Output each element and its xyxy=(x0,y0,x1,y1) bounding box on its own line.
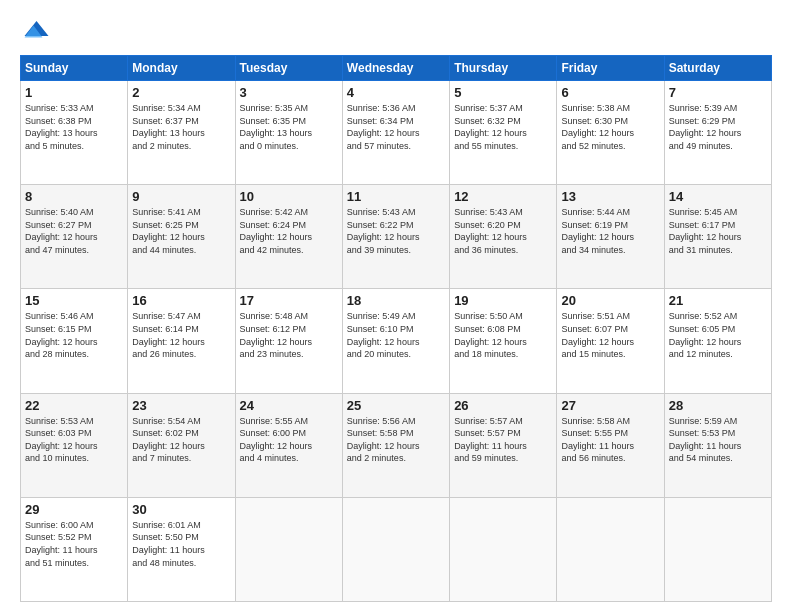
day-number: 10 xyxy=(240,189,338,204)
day-info: Sunrise: 5:43 AMSunset: 6:22 PMDaylight:… xyxy=(347,206,445,256)
day-info: Sunrise: 5:40 AMSunset: 6:27 PMDaylight:… xyxy=(25,206,123,256)
calendar-cell: 28Sunrise: 5:59 AMSunset: 5:53 PMDayligh… xyxy=(664,393,771,497)
weekday-header-saturday: Saturday xyxy=(664,56,771,81)
weekday-header-friday: Friday xyxy=(557,56,664,81)
day-info: Sunrise: 5:37 AMSunset: 6:32 PMDaylight:… xyxy=(454,102,552,152)
day-info: Sunrise: 5:35 AMSunset: 6:35 PMDaylight:… xyxy=(240,102,338,152)
calendar-cell: 24Sunrise: 5:55 AMSunset: 6:00 PMDayligh… xyxy=(235,393,342,497)
calendar-week-1: 1Sunrise: 5:33 AMSunset: 6:38 PMDaylight… xyxy=(21,81,772,185)
weekday-header-monday: Monday xyxy=(128,56,235,81)
calendar-cell: 14Sunrise: 5:45 AMSunset: 6:17 PMDayligh… xyxy=(664,185,771,289)
day-number: 18 xyxy=(347,293,445,308)
header xyxy=(20,15,772,45)
calendar-cell: 7Sunrise: 5:39 AMSunset: 6:29 PMDaylight… xyxy=(664,81,771,185)
day-info: Sunrise: 5:56 AMSunset: 5:58 PMDaylight:… xyxy=(347,415,445,465)
calendar-cell: 25Sunrise: 5:56 AMSunset: 5:58 PMDayligh… xyxy=(342,393,449,497)
calendar-week-2: 8Sunrise: 5:40 AMSunset: 6:27 PMDaylight… xyxy=(21,185,772,289)
day-info: Sunrise: 5:34 AMSunset: 6:37 PMDaylight:… xyxy=(132,102,230,152)
day-info: Sunrise: 5:54 AMSunset: 6:02 PMDaylight:… xyxy=(132,415,230,465)
day-info: Sunrise: 6:00 AMSunset: 5:52 PMDaylight:… xyxy=(25,519,123,569)
calendar-cell: 20Sunrise: 5:51 AMSunset: 6:07 PMDayligh… xyxy=(557,289,664,393)
day-number: 19 xyxy=(454,293,552,308)
calendar-cell: 26Sunrise: 5:57 AMSunset: 5:57 PMDayligh… xyxy=(450,393,557,497)
logo xyxy=(20,15,54,45)
calendar-cell: 12Sunrise: 5:43 AMSunset: 6:20 PMDayligh… xyxy=(450,185,557,289)
day-info: Sunrise: 5:47 AMSunset: 6:14 PMDaylight:… xyxy=(132,310,230,360)
day-info: Sunrise: 5:59 AMSunset: 5:53 PMDaylight:… xyxy=(669,415,767,465)
day-number: 11 xyxy=(347,189,445,204)
day-number: 30 xyxy=(132,502,230,517)
weekday-header-wednesday: Wednesday xyxy=(342,56,449,81)
calendar-body: 1Sunrise: 5:33 AMSunset: 6:38 PMDaylight… xyxy=(21,81,772,602)
day-number: 24 xyxy=(240,398,338,413)
weekday-header-row: SundayMondayTuesdayWednesdayThursdayFrid… xyxy=(21,56,772,81)
day-number: 9 xyxy=(132,189,230,204)
calendar-cell: 23Sunrise: 5:54 AMSunset: 6:02 PMDayligh… xyxy=(128,393,235,497)
calendar-cell: 18Sunrise: 5:49 AMSunset: 6:10 PMDayligh… xyxy=(342,289,449,393)
day-info: Sunrise: 5:36 AMSunset: 6:34 PMDaylight:… xyxy=(347,102,445,152)
day-info: Sunrise: 5:39 AMSunset: 6:29 PMDaylight:… xyxy=(669,102,767,152)
day-number: 23 xyxy=(132,398,230,413)
calendar-cell: 10Sunrise: 5:42 AMSunset: 6:24 PMDayligh… xyxy=(235,185,342,289)
calendar-week-3: 15Sunrise: 5:46 AMSunset: 6:15 PMDayligh… xyxy=(21,289,772,393)
calendar-week-4: 22Sunrise: 5:53 AMSunset: 6:03 PMDayligh… xyxy=(21,393,772,497)
day-number: 25 xyxy=(347,398,445,413)
calendar-cell: 9Sunrise: 5:41 AMSunset: 6:25 PMDaylight… xyxy=(128,185,235,289)
day-info: Sunrise: 5:52 AMSunset: 6:05 PMDaylight:… xyxy=(669,310,767,360)
day-number: 3 xyxy=(240,85,338,100)
day-info: Sunrise: 5:42 AMSunset: 6:24 PMDaylight:… xyxy=(240,206,338,256)
day-number: 13 xyxy=(561,189,659,204)
day-info: Sunrise: 5:50 AMSunset: 6:08 PMDaylight:… xyxy=(454,310,552,360)
calendar-cell: 29Sunrise: 6:00 AMSunset: 5:52 PMDayligh… xyxy=(21,497,128,601)
calendar-cell: 22Sunrise: 5:53 AMSunset: 6:03 PMDayligh… xyxy=(21,393,128,497)
logo-icon xyxy=(20,15,50,45)
day-info: Sunrise: 5:57 AMSunset: 5:57 PMDaylight:… xyxy=(454,415,552,465)
calendar-cell: 11Sunrise: 5:43 AMSunset: 6:22 PMDayligh… xyxy=(342,185,449,289)
day-number: 2 xyxy=(132,85,230,100)
calendar-week-5: 29Sunrise: 6:00 AMSunset: 5:52 PMDayligh… xyxy=(21,497,772,601)
day-number: 26 xyxy=(454,398,552,413)
day-info: Sunrise: 5:41 AMSunset: 6:25 PMDaylight:… xyxy=(132,206,230,256)
day-info: Sunrise: 5:48 AMSunset: 6:12 PMDaylight:… xyxy=(240,310,338,360)
calendar-cell xyxy=(342,497,449,601)
calendar-cell: 27Sunrise: 5:58 AMSunset: 5:55 PMDayligh… xyxy=(557,393,664,497)
day-number: 20 xyxy=(561,293,659,308)
calendar-cell: 16Sunrise: 5:47 AMSunset: 6:14 PMDayligh… xyxy=(128,289,235,393)
day-info: Sunrise: 5:46 AMSunset: 6:15 PMDaylight:… xyxy=(25,310,123,360)
weekday-header-sunday: Sunday xyxy=(21,56,128,81)
calendar-cell: 1Sunrise: 5:33 AMSunset: 6:38 PMDaylight… xyxy=(21,81,128,185)
calendar-cell: 6Sunrise: 5:38 AMSunset: 6:30 PMDaylight… xyxy=(557,81,664,185)
calendar-cell xyxy=(235,497,342,601)
day-info: Sunrise: 5:44 AMSunset: 6:19 PMDaylight:… xyxy=(561,206,659,256)
day-number: 22 xyxy=(25,398,123,413)
day-info: Sunrise: 5:53 AMSunset: 6:03 PMDaylight:… xyxy=(25,415,123,465)
weekday-header-tuesday: Tuesday xyxy=(235,56,342,81)
day-info: Sunrise: 5:33 AMSunset: 6:38 PMDaylight:… xyxy=(25,102,123,152)
calendar-cell: 19Sunrise: 5:50 AMSunset: 6:08 PMDayligh… xyxy=(450,289,557,393)
day-info: Sunrise: 5:49 AMSunset: 6:10 PMDaylight:… xyxy=(347,310,445,360)
calendar-cell: 3Sunrise: 5:35 AMSunset: 6:35 PMDaylight… xyxy=(235,81,342,185)
day-info: Sunrise: 5:51 AMSunset: 6:07 PMDaylight:… xyxy=(561,310,659,360)
calendar-cell: 13Sunrise: 5:44 AMSunset: 6:19 PMDayligh… xyxy=(557,185,664,289)
day-info: Sunrise: 5:55 AMSunset: 6:00 PMDaylight:… xyxy=(240,415,338,465)
day-info: Sunrise: 6:01 AMSunset: 5:50 PMDaylight:… xyxy=(132,519,230,569)
calendar-cell: 2Sunrise: 5:34 AMSunset: 6:37 PMDaylight… xyxy=(128,81,235,185)
day-number: 28 xyxy=(669,398,767,413)
calendar-table: SundayMondayTuesdayWednesdayThursdayFrid… xyxy=(20,55,772,602)
calendar-cell xyxy=(450,497,557,601)
day-number: 14 xyxy=(669,189,767,204)
day-number: 27 xyxy=(561,398,659,413)
day-number: 5 xyxy=(454,85,552,100)
calendar-cell xyxy=(664,497,771,601)
weekday-header-thursday: Thursday xyxy=(450,56,557,81)
day-info: Sunrise: 5:43 AMSunset: 6:20 PMDaylight:… xyxy=(454,206,552,256)
day-number: 21 xyxy=(669,293,767,308)
calendar-header: SundayMondayTuesdayWednesdayThursdayFrid… xyxy=(21,56,772,81)
page: SundayMondayTuesdayWednesdayThursdayFrid… xyxy=(0,0,792,612)
calendar-cell: 8Sunrise: 5:40 AMSunset: 6:27 PMDaylight… xyxy=(21,185,128,289)
day-number: 7 xyxy=(669,85,767,100)
day-number: 4 xyxy=(347,85,445,100)
day-number: 12 xyxy=(454,189,552,204)
day-number: 6 xyxy=(561,85,659,100)
day-info: Sunrise: 5:38 AMSunset: 6:30 PMDaylight:… xyxy=(561,102,659,152)
